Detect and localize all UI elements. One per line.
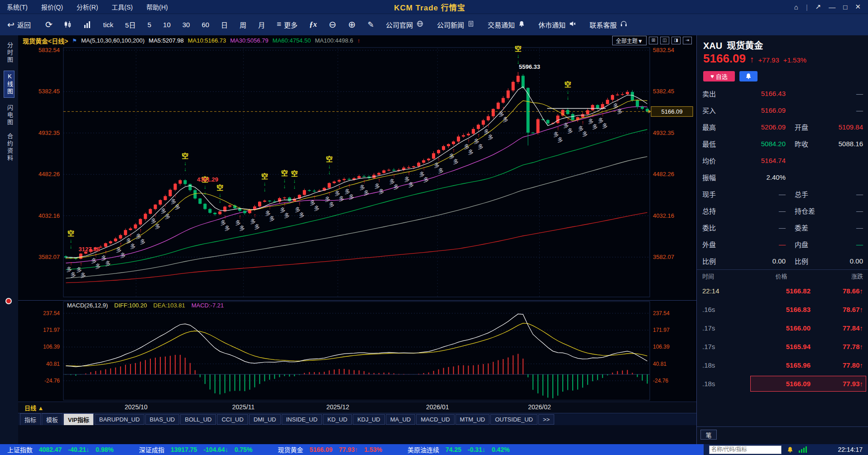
refresh-icon[interactable]: ⟳ (45, 19, 53, 30)
bell-icon (745, 73, 752, 79)
tick-change: 77.84↑ (824, 324, 863, 332)
svg-text:5166.09: 5166.09 (662, 108, 683, 115)
sidebar-item-K线图[interactable]: K线图 (4, 71, 14, 98)
tab-INSIDE_UD[interactable]: INSIDE_UD (282, 414, 322, 425)
svg-text:↑: ↑ (408, 170, 410, 177)
tab-指标[interactable]: 指标 (20, 413, 41, 426)
period-button[interactable]: 60 (201, 20, 209, 29)
tab-MA_UD[interactable]: MA_UD (386, 414, 416, 425)
svg-text:5596.33: 5596.33 (519, 63, 540, 70)
index-深证成指[interactable]: 深证成指13917.75-104.64↓0.75% (139, 445, 259, 454)
period-button[interactable]: 月 (258, 20, 265, 29)
sidebar-item-分时图[interactable]: 分时图 (4, 42, 14, 64)
menu-item[interactable]: 帮助(H) (139, 2, 174, 11)
pane-splitter-handle[interactable] (5, 298, 12, 304)
link-公司官网[interactable]: 公司官网 (386, 20, 423, 29)
maximize-icon[interactable]: □ (843, 3, 847, 11)
split-vertical-icon[interactable]: ◨ (671, 37, 681, 44)
x-axis-label: 2026/02 (528, 403, 551, 411)
tab-DMI_UD[interactable]: DMI_UD (249, 414, 281, 425)
resize-arrows-icon[interactable]: ↗ (815, 3, 821, 11)
field-value: — (735, 224, 786, 231)
tab-VIP指标[interactable]: VIP指标 (63, 413, 94, 426)
index-美原油连续[interactable]: 美原油连续74.25-0.31↓0.42% (408, 445, 516, 454)
period-button[interactable]: 5 (148, 20, 151, 29)
tab-KD_UD[interactable]: KD_UD (323, 414, 352, 425)
tab-MACD_UD[interactable]: MACD_UD (416, 414, 454, 425)
period-button[interactable]: 10 (163, 20, 171, 29)
formula-fx-button[interactable]: ƒx (309, 20, 317, 29)
theme-dropdown-button[interactable]: 全部主题▼ (612, 36, 647, 45)
tab-模板[interactable]: 模板 (42, 413, 62, 426)
clock: 22:14:17 (838, 446, 863, 453)
link-联系客服[interactable]: 联系客服 (590, 20, 627, 29)
period-tick[interactable]: tick (103, 21, 114, 29)
minimize-icon[interactable]: — (829, 3, 835, 11)
menu-item[interactable]: 工具(S) (105, 2, 140, 11)
tick-row[interactable]: .17s5166.0077.84↑ (697, 319, 868, 337)
tab-KDJ_UD[interactable]: KDJ_UD (353, 414, 385, 425)
tab-OUTSIDE_UD[interactable]: OUTSIDE_UD (490, 414, 537, 425)
macd-chart-canvas[interactable]: MACD(26,12,9)DIFF:100.20DEA:103.81MACD:-… (18, 300, 696, 402)
menu-item[interactable]: 报价(Q) (34, 2, 70, 11)
menu-item[interactable]: 分析(R) (70, 2, 105, 11)
svg-text:多: 多 (130, 244, 135, 250)
zoom-in-icon[interactable]: ⊕ (348, 19, 356, 30)
sidebar-item-闪电图[interactable]: 闪电图 (4, 105, 14, 126)
link-公司新闻[interactable]: 公司新闻 (437, 20, 474, 29)
price-chart-canvas[interactable]: 5832.545832.545382.455382.454932.354932.… (18, 46, 696, 300)
link-休市通知[interactable]: 休市通知 (538, 20, 576, 29)
grid-layout-icon[interactable]: ⊞ (649, 37, 658, 44)
tick-row[interactable]: .18s5165.9677.80↑ (697, 356, 868, 374)
close-icon[interactable]: ✕ (855, 3, 861, 11)
period-button[interactable]: 日 (221, 20, 228, 29)
tab-pen[interactable]: 笔 (700, 430, 717, 440)
add-favorite-button[interactable]: ♥ 自选 (703, 71, 735, 81)
tick-row[interactable]: 22:145166.8278.66↑ (697, 282, 868, 300)
svg-text:↑: ↑ (313, 194, 316, 200)
menu-item[interactable]: 系统(T) (0, 2, 34, 11)
split-horizontal-icon[interactable]: ◫ (660, 37, 669, 44)
last-price: 5166.09 (703, 52, 746, 66)
svg-text:↓: ↓ (263, 187, 266, 193)
svg-text:多: 多 (364, 190, 369, 196)
tab->>[interactable]: >> (538, 414, 554, 425)
status-bar: 上证指数4082.47-40.21↓0.98%深证成指13917.75-104.… (0, 444, 868, 455)
col-time: 时间 (702, 272, 739, 280)
period-button[interactable]: 30 (182, 20, 190, 29)
symbol-search-input[interactable] (709, 445, 782, 454)
tab-BOLL_UD[interactable]: BOLL_UD (180, 414, 216, 425)
tab-BARUPDN_UD[interactable]: BARUPDN_UD (95, 414, 144, 425)
more-button[interactable]: ≡ 更多 (277, 20, 297, 29)
tab-CCI_UD[interactable]: CCI_UD (217, 414, 248, 425)
pen-icon[interactable]: ✎ (368, 20, 374, 29)
tick-row[interactable]: .17s5165.9477.78↑ (697, 337, 868, 356)
alert-bell-button[interactable] (739, 71, 758, 81)
field-value: 0.00 (735, 257, 786, 265)
menu-items: 系统(T)报价(Q)分析(R)工具(S)帮助(H) (0, 2, 175, 11)
tab-MTM_UD[interactable]: MTM_UD (456, 414, 490, 425)
index-现货黄金[interactable]: 现货黄金5166.0977.93↑1.53% (278, 445, 388, 454)
period-button[interactable]: 5日 (125, 20, 135, 29)
last-price-row: 5166.09 ↑ +77.93 +1.53% (697, 51, 868, 67)
back-button[interactable]: ↩ 返回 (7, 19, 31, 30)
svg-text:↑: ↑ (477, 132, 480, 139)
svg-text:↑: ↑ (174, 192, 177, 199)
svg-text:多: 多 (582, 131, 588, 138)
tab-BIAS_UD[interactable]: BIAS_UD (145, 414, 180, 425)
candlestick-chart-icon[interactable] (64, 21, 72, 28)
index-上证指数[interactable]: 上证指数4082.47-40.21↓0.98% (7, 445, 120, 454)
field-label-2: 开盘 (795, 122, 825, 132)
link-交易通知[interactable]: 交易通知 (488, 20, 525, 29)
home-icon[interactable]: ⌂ (794, 3, 798, 11)
zoom-out-icon[interactable]: ⊖ (329, 19, 336, 30)
expand-pane-icon[interactable]: ⇥ (683, 37, 692, 44)
sidebar-item-合约资料[interactable]: 合约资料 (4, 133, 14, 162)
tick-row[interactable]: .16s5166.8378.67↑ (697, 300, 868, 319)
volume-chart-icon[interactable] (84, 21, 91, 28)
period-selector[interactable]: 日线 ▲ (24, 403, 43, 412)
period-button[interactable]: 周 (240, 20, 246, 29)
notification-bell-icon[interactable] (787, 446, 793, 453)
tick-row[interactable]: .18s5166.0977.93↑ (697, 374, 868, 393)
svg-text:4032.16: 4032.16 (38, 212, 60, 219)
